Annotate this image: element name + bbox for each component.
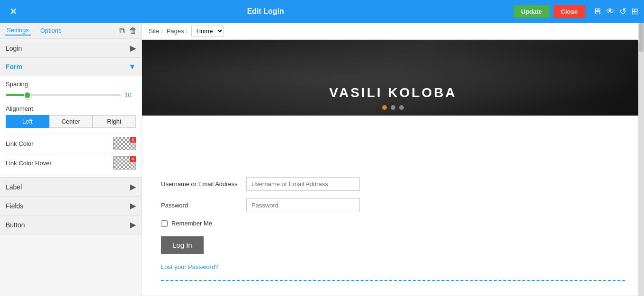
sidebar-tabs: Settings Options ⧉ 🗑 bbox=[0, 23, 142, 39]
pages-label: Pages : bbox=[167, 27, 188, 35]
fields-section: Fields ▶ bbox=[0, 197, 142, 215]
update-button[interactable]: Update bbox=[514, 5, 550, 18]
eye-icon[interactable]: 👁 bbox=[606, 7, 615, 17]
button-section: Button ▶ bbox=[0, 215, 142, 234]
site-label: Site : bbox=[149, 27, 163, 35]
button-section-label: Button bbox=[6, 221, 25, 229]
button-chevron-icon: ▶ bbox=[130, 220, 136, 229]
form-chevron-icon: ▼ bbox=[128, 63, 136, 71]
form-section-label: Form bbox=[6, 63, 22, 71]
hero-title: VASILI KOLOBA bbox=[329, 85, 456, 100]
hero-dot-1[interactable] bbox=[382, 105, 387, 110]
link-color-row: Link Color ✕ bbox=[6, 134, 136, 153]
align-right-button[interactable]: Right bbox=[92, 115, 136, 128]
login-section-label: Login bbox=[6, 45, 22, 52]
form-section-header[interactable]: Form ▼ bbox=[0, 58, 142, 76]
desktop-icon[interactable]: 🖥 bbox=[593, 7, 601, 17]
form-section-body: Spacing 10 Alignment Left Center Right L… bbox=[0, 76, 142, 177]
link-color-hover-label: Link Color Hover bbox=[6, 160, 52, 167]
top-bar-icons: 🖥 👁 ↺ ⊞ bbox=[593, 6, 638, 17]
login-form-area: Username or Email Address Password Remem… bbox=[142, 163, 644, 296]
spacing-value: 10 bbox=[125, 91, 136, 99]
spacing-row: 10 bbox=[6, 91, 136, 99]
form-section: Form ▼ Spacing 10 Alignment Left Center … bbox=[0, 58, 142, 178]
login-button[interactable]: Log In bbox=[161, 236, 204, 254]
close-x-icon[interactable]: ✕ bbox=[9, 6, 18, 17]
scrollbar-thumb[interactable] bbox=[639, 23, 644, 52]
options-tab[interactable]: Options bbox=[38, 26, 63, 35]
top-bar: ✕ Edit Login Update Close 🖥 👁 ↺ ⊞ bbox=[0, 0, 644, 23]
password-label: Password bbox=[161, 202, 246, 209]
scrollbar[interactable] bbox=[638, 23, 644, 296]
hero-dot-2[interactable] bbox=[391, 105, 395, 110]
link-color-swatch[interactable]: ✕ bbox=[113, 137, 136, 150]
password-input[interactable] bbox=[246, 198, 360, 212]
remember-row: Remember Me bbox=[161, 220, 625, 227]
spacing-slider[interactable] bbox=[6, 94, 121, 96]
delete-icon[interactable]: 🗑 bbox=[129, 27, 137, 35]
main-content: Site : Pages : Home VASILI KOLOBA Userna… bbox=[142, 23, 644, 296]
sidebar: Settings Options ⧉ 🗑 Login ▶ Form ▼ Spac… bbox=[0, 23, 142, 296]
login-section: Login ▶ bbox=[0, 39, 142, 58]
hero-dot-3[interactable] bbox=[399, 105, 404, 110]
label-section: Label ▶ bbox=[0, 178, 142, 197]
copy-icon[interactable]: ⧉ bbox=[119, 27, 125, 35]
username-group: Username or Email Address bbox=[161, 177, 625, 191]
hero-dots bbox=[382, 105, 404, 110]
settings-tab[interactable]: Settings bbox=[5, 26, 31, 36]
top-bar-actions: Update Close 🖥 👁 ↺ ⊞ bbox=[514, 5, 638, 18]
label-chevron-icon: ▶ bbox=[130, 182, 136, 191]
link-color-hover-row: Link Color Hover ✕ bbox=[6, 153, 136, 172]
alignment-buttons: Left Center Right bbox=[6, 115, 136, 128]
username-label: Username or Email Address bbox=[161, 180, 246, 188]
history-icon[interactable]: ↺ bbox=[619, 6, 626, 17]
remember-checkbox[interactable] bbox=[161, 220, 168, 227]
lost-password-link[interactable]: Lost your Password? bbox=[161, 263, 218, 270]
link-color-label: Link Color bbox=[6, 140, 34, 147]
bottom-dashed-border bbox=[161, 280, 625, 281]
button-section-header[interactable]: Button ▶ bbox=[0, 215, 142, 234]
link-color-remove-icon[interactable]: ✕ bbox=[130, 137, 136, 143]
pages-select[interactable]: Home bbox=[191, 26, 224, 36]
label-section-header[interactable]: Label ▶ bbox=[0, 178, 142, 196]
align-center-button[interactable]: Center bbox=[49, 115, 93, 128]
white-gap bbox=[142, 116, 644, 163]
password-group: Password bbox=[161, 198, 625, 212]
sitemap-icon[interactable]: ⊞ bbox=[631, 6, 638, 17]
login-section-header[interactable]: Login ▶ bbox=[0, 39, 142, 57]
fields-section-header[interactable]: Fields ▶ bbox=[0, 197, 142, 215]
link-color-hover-remove-icon[interactable]: ✕ bbox=[130, 156, 136, 162]
login-chevron-icon: ▶ bbox=[130, 44, 136, 53]
link-color-hover-swatch[interactable]: ✕ bbox=[113, 156, 136, 170]
spacing-label: Spacing bbox=[6, 81, 136, 88]
hero-banner-background bbox=[142, 40, 644, 116]
alignment-label: Alignment bbox=[6, 105, 136, 112]
close-button[interactable]: Close bbox=[554, 5, 585, 18]
page-title: Edit Login bbox=[18, 7, 514, 16]
hero-banner: VASILI KOLOBA bbox=[142, 40, 644, 116]
align-left-button[interactable]: Left bbox=[6, 115, 49, 128]
label-section-label: Label bbox=[6, 183, 22, 191]
fields-section-label: Fields bbox=[6, 202, 23, 210]
site-bar: Site : Pages : Home bbox=[142, 23, 644, 40]
fields-chevron-icon: ▶ bbox=[130, 201, 136, 210]
username-input[interactable] bbox=[246, 177, 360, 191]
remember-label: Remember Me bbox=[171, 220, 212, 227]
